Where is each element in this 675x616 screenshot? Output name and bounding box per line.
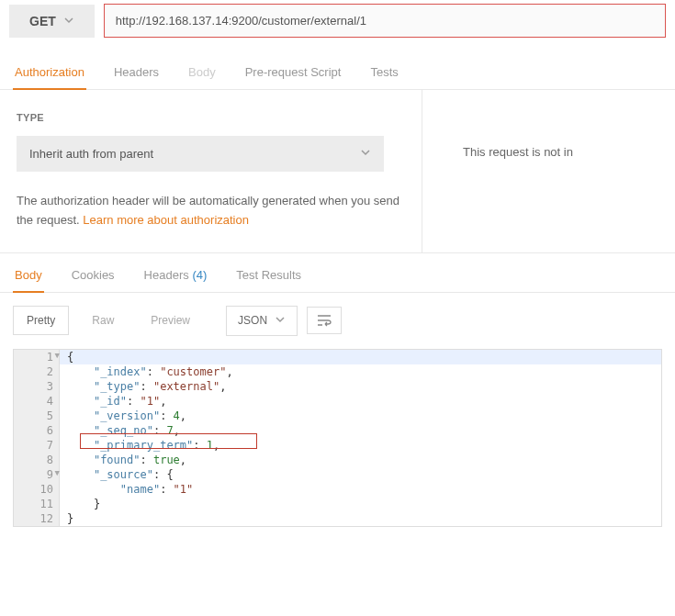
line-number: 12	[14, 511, 60, 526]
code-content: }	[60, 497, 661, 511]
auth-type-value: Inherit auth from parent	[29, 147, 153, 161]
preview-button[interactable]: Preview	[137, 306, 204, 335]
line-number: 8	[14, 453, 60, 467]
code-content: "_source": {	[60, 467, 661, 482]
line-number: 7	[14, 438, 60, 453]
tab-response-testresults[interactable]: Test Results	[234, 268, 303, 292]
tab-headers[interactable]: Headers	[112, 65, 161, 89]
code-content: "found": true,	[60, 453, 661, 467]
inherit-info: This request is not in	[422, 90, 675, 252]
line-number: 1▼	[14, 350, 60, 364]
line-number: 10	[14, 482, 60, 497]
code-line[interactable]: 7 "_primary_term": 1,	[14, 438, 661, 453]
tab-response-body[interactable]: Body	[13, 268, 44, 293]
code-content: "_index": "customer",	[60, 364, 661, 379]
code-line[interactable]: 8 "found": true,	[14, 453, 661, 467]
request-tabs: Authorization Headers Body Pre-request S…	[0, 47, 675, 90]
code-line[interactable]: 5 "_version": 4,	[14, 409, 661, 423]
auth-description: The authorization header will be automat…	[17, 192, 402, 230]
code-content: }	[60, 511, 661, 526]
line-number: 3	[14, 379, 60, 394]
raw-button[interactable]: Raw	[78, 306, 128, 335]
http-method-select[interactable]: GET	[9, 5, 95, 38]
code-line[interactable]: 9▼ "_source": {	[14, 467, 661, 482]
code-content: "name": "1"	[60, 482, 661, 497]
line-number: 4	[14, 394, 60, 409]
authorization-panel: TYPE Inherit auth from parent The author…	[0, 90, 422, 252]
code-line[interactable]: 12}	[14, 511, 661, 526]
line-number: 9▼	[14, 467, 60, 482]
code-line[interactable]: 2 "_index": "customer",	[14, 364, 661, 379]
auth-type-select[interactable]: Inherit auth from parent	[17, 136, 384, 172]
code-line[interactable]: 10 "name": "1"	[14, 482, 661, 497]
response-controls: Pretty Raw Preview JSON	[0, 293, 675, 349]
tab-response-headers[interactable]: Headers (4)	[142, 268, 209, 292]
learn-more-link[interactable]: Learn more about authorization	[83, 213, 249, 227]
code-line[interactable]: 4 "_id": "1",	[14, 394, 661, 409]
line-number: 5	[14, 409, 60, 423]
format-value: JSON	[238, 314, 267, 327]
code-line[interactable]: 6 "_seq_no": 7,	[14, 423, 661, 438]
tab-tests[interactable]: Tests	[368, 65, 399, 89]
response-tabs: Body Cookies Headers (4) Test Results	[0, 253, 675, 293]
format-select[interactable]: JSON	[226, 306, 298, 336]
fold-icon[interactable]: ▼	[55, 468, 60, 477]
wrap-lines-button[interactable]	[307, 307, 342, 334]
code-content: "_version": 4,	[60, 409, 661, 423]
code-line[interactable]: 3 "_type": "external",	[14, 379, 661, 394]
url-input[interactable]	[104, 4, 666, 38]
code-line[interactable]: 11 }	[14, 497, 661, 511]
http-method-label: GET	[29, 14, 56, 28]
code-line[interactable]: 1▼{	[14, 350, 661, 364]
pretty-button[interactable]: Pretty	[13, 306, 69, 335]
line-number: 2	[14, 364, 60, 379]
line-number: 6	[14, 423, 60, 438]
tab-authorization[interactable]: Authorization	[13, 65, 86, 90]
fold-icon[interactable]: ▼	[55, 351, 60, 360]
tab-prerequest[interactable]: Pre-request Script	[243, 65, 343, 89]
chevron-down-icon	[360, 147, 371, 161]
response-headers-count: (4)	[192, 268, 207, 282]
response-code[interactable]: 1▼{2 "_index": "customer",3 "_type": "ex…	[13, 349, 662, 527]
code-content: {	[60, 350, 661, 364]
auth-type-label: TYPE	[17, 112, 405, 123]
code-content: "_primary_term": 1,	[60, 438, 661, 453]
code-content: "_seq_no": 7,	[60, 423, 661, 438]
tab-body[interactable]: Body	[186, 65, 218, 89]
chevron-down-icon	[275, 314, 286, 328]
wrap-icon	[317, 314, 332, 327]
code-content: "_type": "external",	[60, 379, 661, 394]
tab-response-cookies[interactable]: Cookies	[70, 268, 117, 292]
line-number: 11	[14, 497, 60, 511]
response-headers-label: Headers	[144, 268, 189, 282]
chevron-down-icon	[63, 14, 74, 28]
code-content: "_id": "1",	[60, 394, 661, 409]
